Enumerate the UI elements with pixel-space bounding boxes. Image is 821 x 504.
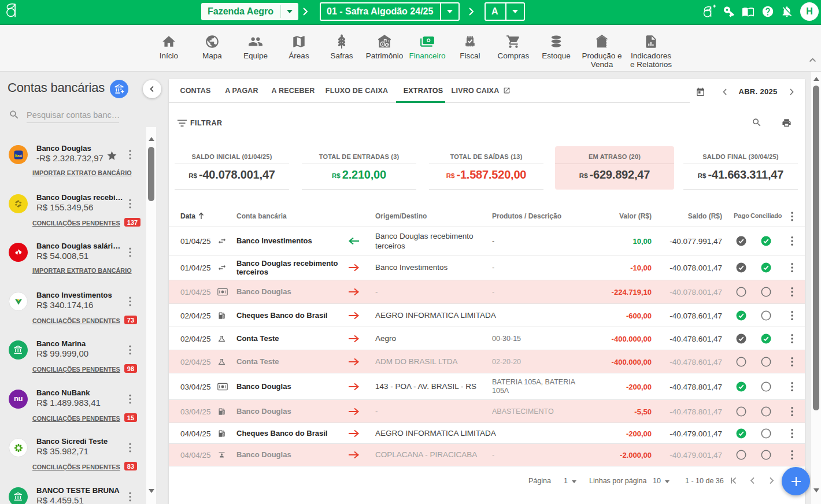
svg-text:Itaú: Itaú bbox=[14, 154, 21, 158]
